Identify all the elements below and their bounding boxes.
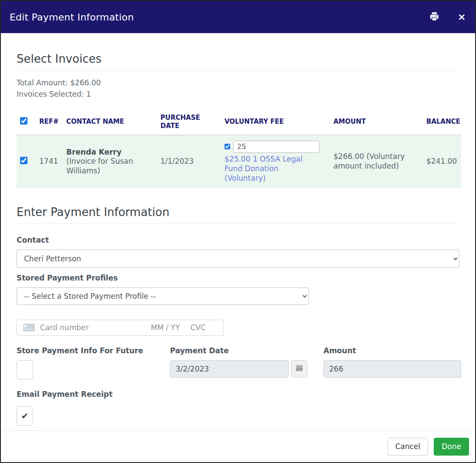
table-header-row: REF# CONTACT NAME PURCHASE DATE VOLUNTAR… — [17, 109, 461, 135]
card-number-placeholder: Card number — [40, 323, 146, 332]
select-all-checkbox[interactable] — [20, 117, 27, 125]
store-info-checkbox[interactable]: ✔ — [17, 360, 33, 379]
amount-group: Amount — [323, 346, 461, 379]
column-header-balance: BALANCE — [423, 109, 461, 135]
contact-name-cell: Brenda Kerry (Invoice for Susan Williams… — [63, 135, 157, 188]
invoice-summary: Total Amount: $266.00 Invoices Selected:… — [17, 77, 459, 100]
calendar-button[interactable] — [291, 360, 307, 378]
stored-profiles-label: Stored Payment Profiles — [17, 274, 459, 282]
done-button[interactable]: Done — [434, 438, 469, 456]
contact-name-suffix: (Invoice for Susan Williams) — [66, 157, 133, 175]
email-receipt-checkbox[interactable]: ✔ — [17, 406, 33, 426]
column-header-ref: REF# — [36, 109, 63, 135]
email-receipt-label: Email Payment Receipt — [17, 390, 459, 399]
select-invoices-heading: Select Invoices — [17, 52, 459, 70]
voluntary-fee-link[interactable]: $25.00 1 OSSA Legal Fund Donation (Volun… — [224, 154, 320, 183]
purchase-date-cell: 1/1/2023 — [157, 135, 221, 188]
close-icon: ✕ — [458, 13, 466, 22]
invoice-row: 1741 Brenda Kerry (Invoice for Susan Wil… — [17, 135, 461, 188]
enter-payment-heading: Enter Payment Information — [17, 206, 459, 223]
close-button[interactable]: ✕ — [458, 13, 466, 22]
row-select-checkbox[interactable] — [20, 157, 27, 164]
contact-select[interactable]: Cheri Petterson — [17, 250, 459, 268]
ref-cell: 1741 — [36, 135, 63, 188]
payment-options-row: Store Payment Info For Future ✔ Payment … — [17, 346, 459, 379]
payment-date-group: Payment Date — [170, 346, 323, 379]
modal-footer: Cancel Done — [1, 430, 475, 462]
amount-input[interactable] — [323, 360, 461, 378]
calendar-icon — [296, 365, 303, 373]
print-icon — [429, 11, 439, 23]
invoices-selected-text: Invoices Selected: 1 — [17, 88, 459, 100]
contact-label: Contact — [17, 236, 459, 244]
card-expiry-placeholder: MM / YY — [151, 323, 180, 332]
voluntary-fee-cell: $25.00 1 OSSA Legal Fund Donation (Volun… — [221, 135, 330, 188]
voluntary-fee-checkbox[interactable] — [224, 143, 230, 150]
column-header-voluntary-fee: VOLUNTARY FEE — [221, 109, 330, 135]
payment-date-label: Payment Date — [170, 346, 323, 355]
total-amount-text: Total Amount: $266.00 — [17, 77, 459, 88]
payment-date-input[interactable] — [170, 360, 289, 378]
amount-label: Amount — [323, 346, 461, 355]
column-header-amount: AMOUNT — [330, 109, 423, 135]
invoices-table: REF# CONTACT NAME PURCHASE DATE VOLUNTAR… — [17, 109, 461, 188]
column-header-purchase-date: PURCHASE DATE — [157, 109, 221, 135]
stored-profiles-select[interactable]: -- Select a Stored Payment Profile -- — [17, 287, 309, 305]
contact-name-bold: Brenda Kerry — [66, 148, 122, 156]
email-receipt-checkmark-icon: ✔ — [21, 412, 29, 420]
cancel-button[interactable]: Cancel — [388, 438, 428, 456]
store-info-label: Store Payment Info For Future — [17, 346, 170, 355]
card-number-field[interactable]: Card number MM / YY CVC — [17, 320, 224, 336]
print-button[interactable] — [429, 11, 439, 23]
header-actions: ✕ — [429, 11, 466, 23]
amount-cell: $266.00 (Voluntary amount included) — [330, 135, 423, 188]
credit-card-icon — [23, 324, 35, 331]
store-info-group: Store Payment Info For Future ✔ — [17, 346, 170, 379]
balance-cell: $241.00 — [423, 135, 461, 188]
voluntary-fee-input[interactable] — [233, 141, 320, 153]
modal-body: Select Invoices Total Amount: $266.00 In… — [1, 33, 475, 430]
modal-title: Edit Payment Information — [10, 12, 429, 23]
column-header-contact-name: CONTACT NAME — [63, 109, 157, 135]
modal-header: Edit Payment Information ✕ — [1, 1, 475, 33]
card-cvc-placeholder: CVC — [190, 323, 206, 332]
edit-payment-modal: Edit Payment Information ✕ Select Invoic… — [0, 0, 476, 463]
